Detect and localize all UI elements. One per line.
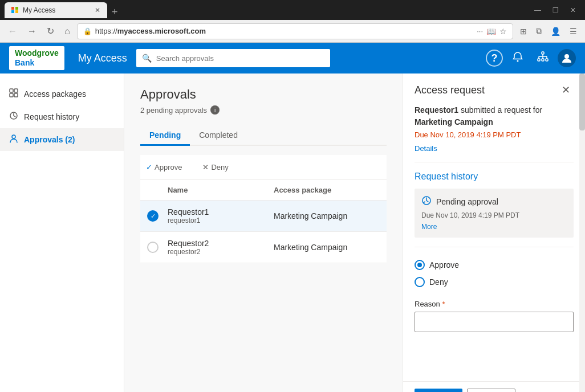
details-link[interactable]: Details (415, 144, 437, 153)
sidebar-item-approvals[interactable]: Approvals (2) (0, 128, 124, 151)
approve-label: Approve (155, 163, 182, 172)
row-name-1: Requestor1 (168, 207, 274, 217)
sidebar-item-label: Approvals (2) (24, 135, 75, 144)
reason-input[interactable] (415, 312, 574, 332)
requester-name: Requestor1 (415, 105, 458, 115)
approve-radio[interactable]: Approve (415, 256, 574, 273)
panel-title: Access request (415, 84, 485, 96)
row-checkbox-1[interactable]: ✓ (147, 210, 159, 222)
due-date: Due Nov 10, 2019 4:19 PM PDT (415, 130, 574, 139)
pending-count-text: 2 pending approvals (140, 106, 207, 115)
minimize-button[interactable]: — (530, 4, 546, 17)
search-box[interactable]: 🔍 (136, 49, 330, 67)
history-status-icon (421, 195, 432, 208)
search-input[interactable] (156, 54, 324, 63)
sidebar-item-access-packages[interactable]: Access packages (0, 83, 124, 105)
tab-title: My Access (23, 6, 55, 14)
home-button[interactable]: ⌂ (61, 24, 74, 39)
cancel-button[interactable]: Cancel (467, 389, 516, 392)
row-package-2: Marketing Campaign (274, 243, 380, 252)
tab-pending[interactable]: Pending (140, 126, 190, 146)
history-due-date: Due Nov 10, 2019 4:19 PM PDT (421, 211, 567, 219)
table-row[interactable]: Requestor2 requestor2 Marketing Campaign (140, 232, 387, 263)
row-name-2: Requestor2 (168, 239, 274, 248)
deny-radio[interactable]: Deny (415, 273, 574, 291)
favicon (11, 7, 18, 14)
user-avatar[interactable] (558, 49, 576, 67)
row-checkbox-2[interactable] (147, 242, 159, 253)
x-icon: ✕ (202, 163, 209, 172)
history-more-link[interactable]: More (421, 223, 437, 231)
svg-point-10 (564, 54, 569, 59)
row-package-1: Marketing Campaign (274, 211, 380, 220)
sidebar-item-request-history[interactable]: Request history (0, 105, 124, 128)
svg-rect-3 (542, 59, 544, 61)
right-panel: Access request ✕ Requestor1 submitted a … (403, 74, 585, 392)
svg-rect-4 (546, 59, 548, 61)
submit-button[interactable]: Submit (415, 389, 462, 392)
url-text: https://myaccess.microsoft.com (95, 27, 473, 35)
bookmark-icon[interactable]: ☆ (499, 27, 507, 36)
info-icon: i (210, 105, 220, 115)
approvals-panel: Approvals 2 pending approvals i Pending … (124, 74, 403, 392)
forward-button[interactable]: → (24, 24, 40, 39)
logo: Woodgrove Bank (9, 46, 64, 70)
history-status-text: Pending approval (436, 197, 498, 206)
approvals-table: Name Access package ✓ Requestor1 request… (140, 180, 387, 263)
deny-radio-circle[interactable] (415, 277, 425, 287)
reason-section: Reason * (415, 300, 574, 332)
back-button[interactable]: ← (5, 24, 21, 39)
refresh-button[interactable]: ↻ (43, 23, 58, 39)
table-row[interactable]: ✓ Requestor1 requestor1 Marketing Campai… (140, 201, 387, 232)
deny-action[interactable]: ✕ Deny (197, 160, 234, 175)
approvals-icon (9, 134, 18, 145)
browser-tab[interactable]: My Access ✕ (5, 2, 107, 18)
deny-label: Deny (211, 163, 228, 172)
reason-label: Reason * (415, 300, 574, 308)
new-tab-button[interactable]: + (107, 6, 123, 18)
deny-radio-label: Deny (429, 277, 448, 287)
requester-info: Requestor1 submitted a request for Marke… (415, 104, 574, 128)
restore-button[interactable]: ❐ (548, 4, 563, 17)
col-name-header: Name (168, 186, 274, 194)
split-view-button[interactable]: ⧉ (533, 24, 545, 38)
panel-close-button[interactable]: ✕ (558, 83, 574, 97)
list-toolbar: ✓ Approve ✕ Deny (140, 155, 387, 180)
panel-header: Access request ✕ (403, 74, 585, 104)
reading-list-icon: 📖 (486, 27, 496, 36)
logo-bank-text: Bank (15, 58, 34, 67)
panel-content: Requestor1 submitted a request for Marke… (403, 104, 585, 350)
approve-radio-circle[interactable] (415, 260, 425, 270)
request-history-title: Request history (415, 172, 574, 182)
tab-close-button[interactable]: ✕ (95, 6, 100, 14)
app-title: My Access (78, 52, 127, 64)
tab-completed[interactable]: Completed (190, 126, 247, 146)
approve-radio-label: Approve (429, 260, 459, 270)
history-collections-button[interactable]: ⊞ (517, 24, 530, 38)
approve-action[interactable]: ✓ Approve (140, 160, 188, 175)
notifications-button[interactable] (507, 49, 528, 68)
app-header: Woodgrove Bank My Access 🔍 ? (0, 43, 585, 74)
sidebar-item-label: Request history (24, 112, 79, 121)
row-sub-1: requestor1 (168, 217, 274, 224)
org-button[interactable] (533, 49, 553, 68)
close-button[interactable]: ✕ (566, 4, 580, 17)
address-bar[interactable]: 🔒 https://myaccess.microsoft.com ··· 📖 ☆ (77, 23, 513, 39)
history-card-header: Pending approval (421, 195, 567, 208)
profile-button[interactable]: 👤 (547, 24, 564, 38)
svg-rect-13 (10, 93, 13, 97)
requester-text: submitted a request for (458, 105, 542, 115)
section-divider (415, 247, 574, 247)
svg-rect-12 (14, 89, 18, 92)
panel-divider (415, 162, 574, 162)
sidebar-item-label: Access packages (24, 89, 86, 99)
search-icon: 🔍 (142, 54, 152, 63)
menu-button[interactable]: ☰ (566, 24, 580, 38)
approvals-title: Approvals (140, 87, 387, 102)
svg-rect-1 (542, 52, 544, 54)
check-icon: ✓ (146, 163, 152, 172)
svg-point-16 (12, 135, 15, 138)
help-button[interactable]: ? (486, 50, 503, 67)
history-icon (9, 111, 18, 122)
decision-radio-group: Approve Deny (415, 256, 574, 291)
